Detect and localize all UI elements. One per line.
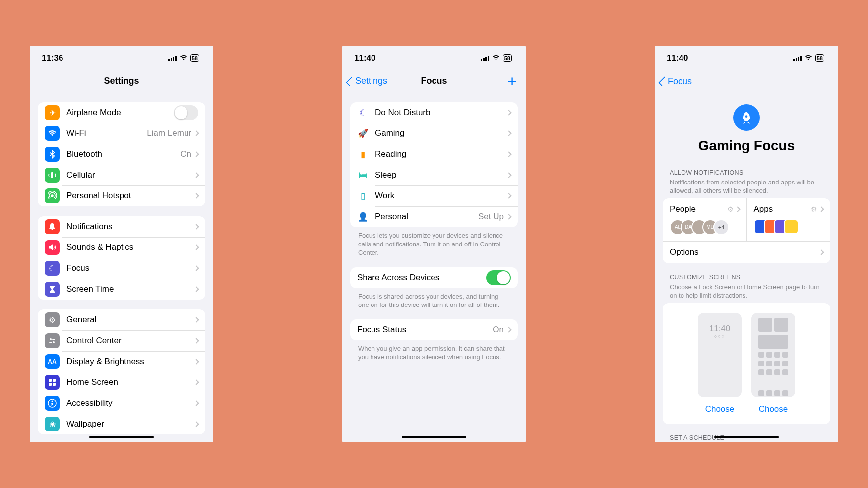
- avatar-more: +4: [713, 219, 729, 235]
- chevron-right-icon: [193, 286, 199, 292]
- back-label: Settings: [355, 76, 387, 86]
- svg-rect-8: [49, 383, 52, 386]
- row-icon: AA: [45, 354, 60, 369]
- status-right: 58: [793, 54, 824, 62]
- row-label: Screen Time: [66, 284, 194, 294]
- status-bar: 11:40 58: [655, 46, 838, 70]
- row-control-center[interactable]: Control Center: [38, 330, 205, 351]
- set-schedule-header: SET A SCHEDULE: [663, 424, 830, 442]
- focus-status-row[interactable]: Focus Status On: [350, 319, 518, 340]
- chevron-right-icon: [193, 338, 199, 343]
- row-sleep[interactable]: 🛏Sleep: [350, 165, 518, 185]
- share-across-devices-row[interactable]: Share Across Devices: [350, 267, 518, 288]
- toggle[interactable]: [174, 105, 198, 120]
- page-title: Settings: [104, 76, 139, 86]
- focus-list-screen: 11:40 58 Settings Focus + ☾Do Not Distur…: [342, 46, 526, 442]
- row-label: Sleep: [375, 170, 507, 180]
- row-personal-hotspot[interactable]: Personal Hotspot: [38, 185, 205, 206]
- back-button[interactable]: Focus: [661, 76, 692, 87]
- gaming-focus-screen: 11:40 58 Focus Gaming Focus ALLOW NOTIFI…: [655, 46, 838, 442]
- home-indicator[interactable]: [89, 436, 154, 438]
- focus-status-value: On: [493, 325, 504, 335]
- screens-card: 11:40 ○○○ Choose Cho: [663, 303, 830, 424]
- row-icon: ⚙: [45, 312, 60, 327]
- page-title: Focus: [421, 76, 447, 86]
- row-sounds-haptics[interactable]: Sounds & Haptics: [38, 237, 205, 258]
- choose-home-screen[interactable]: Choose: [751, 404, 795, 414]
- row-wi-fi[interactable]: Wi-FiLiam Lemur: [38, 123, 205, 144]
- svg-point-11: [52, 401, 53, 402]
- row-label: Airplane Mode: [66, 108, 174, 118]
- row-icon: [45, 147, 60, 162]
- svg-point-2: [50, 338, 52, 340]
- people-avatars: ALDAMD+4: [670, 219, 740, 235]
- rocket-icon: [733, 104, 760, 131]
- chevron-right-icon: [193, 224, 199, 229]
- apps-label: Apps: [754, 204, 773, 214]
- svg-rect-7: [53, 379, 56, 382]
- row-airplane-mode[interactable]: ✈︎Airplane Mode: [38, 102, 205, 123]
- row-cellular[interactable]: Cellular: [38, 165, 205, 185]
- home-indicator[interactable]: [714, 436, 779, 438]
- row-screen-time[interactable]: Screen Time: [38, 279, 205, 300]
- apps-settings-icon[interactable]: ⚙: [811, 205, 823, 213]
- row-work[interactable]: ▯Work: [350, 185, 518, 206]
- signal-icon: [481, 56, 489, 61]
- row-general[interactable]: ⚙General: [38, 309, 205, 330]
- apps-section[interactable]: Apps ⚙: [746, 198, 831, 241]
- status-bar: 11:40 58: [342, 46, 526, 70]
- row-icon: ❀: [45, 417, 60, 431]
- row-icon: [45, 219, 60, 234]
- row-label: Personal Hotspot: [66, 191, 194, 201]
- row-icon: [45, 188, 60, 203]
- chevron-right-icon: [506, 130, 511, 136]
- row-label: Accessibility: [66, 398, 194, 408]
- share-group: Share Across Devices: [350, 267, 518, 288]
- allow-notifications-header: ALLOW NOTIFICATIONS Notifications from s…: [663, 159, 830, 198]
- group-connectivity: ✈︎Airplane ModeWi-FiLiam LemurBluetoothO…: [38, 102, 205, 206]
- row-label: Display & Brightness: [66, 357, 194, 366]
- row-icon: [45, 333, 60, 348]
- back-button[interactable]: Settings: [348, 76, 387, 86]
- row-label: Do Not Disturb: [375, 108, 507, 118]
- home-indicator[interactable]: [402, 436, 466, 438]
- lock-screen-option[interactable]: 11:40 ○○○ Choose: [698, 313, 742, 414]
- row-home-screen[interactable]: Home Screen: [38, 372, 205, 393]
- row-do-not-disturb[interactable]: ☾Do Not Disturb: [350, 102, 518, 123]
- allow-card: People ⚙ ALDAMD+4 Apps ⚙ Options: [663, 198, 830, 263]
- row-label: Personal: [375, 212, 478, 222]
- row-display-brightness[interactable]: AADisplay & Brightness: [38, 351, 205, 372]
- row-icon: ✈︎: [45, 105, 60, 120]
- row-wallpaper[interactable]: ❀Wallpaper: [38, 414, 205, 434]
- row-label: Sounds & Haptics: [66, 243, 194, 252]
- chevron-right-icon: [193, 130, 199, 136]
- status-right: 58: [481, 54, 512, 62]
- share-toggle[interactable]: [486, 270, 511, 285]
- row-gaming[interactable]: 🚀Gaming: [350, 123, 518, 144]
- row-focus[interactable]: ☾Focus: [38, 258, 205, 279]
- gaming-focus-content: Gaming Focus ALLOW NOTIFICATIONS Notific…: [655, 92, 838, 442]
- people-settings-icon[interactable]: ⚙: [727, 205, 740, 213]
- chevron-right-icon: [506, 172, 511, 178]
- nav-bar: Focus: [655, 70, 838, 92]
- svg-point-4: [53, 341, 55, 343]
- choose-lock-screen[interactable]: Choose: [698, 404, 742, 414]
- chevron-right-icon: [506, 327, 511, 332]
- chevron-right-icon: [193, 193, 199, 198]
- row-label: Bluetooth: [66, 149, 180, 159]
- add-button[interactable]: +: [507, 73, 517, 89]
- row-personal[interactable]: 👤PersonalSet Up: [350, 206, 518, 227]
- options-row[interactable]: Options: [663, 241, 830, 263]
- home-screen-option[interactable]: Choose: [751, 313, 795, 414]
- share-footer: Focus is shared across your devices, and…: [350, 288, 518, 309]
- settings-content: ✈︎Airplane ModeWi-FiLiam LemurBluetoothO…: [30, 102, 213, 434]
- row-notifications[interactable]: Notifications: [38, 216, 205, 237]
- status-time: 11:36: [42, 53, 63, 63]
- row-reading[interactable]: ▮Reading: [350, 144, 518, 165]
- row-label: Work: [375, 191, 507, 201]
- people-section[interactable]: People ⚙ ALDAMD+4: [663, 198, 746, 241]
- row-accessibility[interactable]: Accessibility: [38, 393, 205, 414]
- chevron-right-icon: [506, 214, 511, 219]
- svg-rect-0: [51, 172, 53, 178]
- row-bluetooth[interactable]: BluetoothOn: [38, 144, 205, 165]
